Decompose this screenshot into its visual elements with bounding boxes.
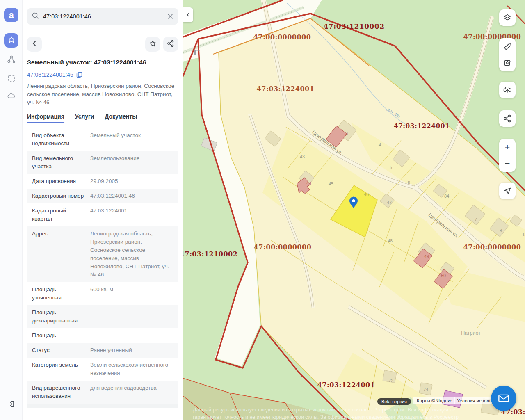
parcel-number: 49 bbox=[424, 254, 429, 259]
row-value: для ведения садоводства bbox=[90, 384, 157, 400]
parcel-number: 72 bbox=[388, 378, 393, 383]
row-label: Площадь bbox=[32, 331, 85, 340]
locate-button[interactable] bbox=[499, 183, 516, 199]
copy-icon[interactable] bbox=[76, 72, 82, 78]
info-table: Вид объекта недвижимостиЗемельный участо… bbox=[27, 128, 178, 404]
cadastral-quarter-label: 47:03:1224001 bbox=[257, 85, 315, 93]
sidebar-item-layers-graph[interactable] bbox=[4, 53, 18, 68]
minus-icon: − bbox=[505, 159, 510, 168]
cadastral-quarter-label: 47:00:0000000 bbox=[463, 243, 521, 251]
row-label: Вид земельного участка bbox=[32, 154, 85, 171]
share-icon bbox=[167, 40, 174, 49]
share-nodes-icon bbox=[503, 114, 511, 123]
favorite-button[interactable] bbox=[145, 37, 160, 52]
zoom-in-button[interactable]: + bbox=[499, 139, 516, 155]
edit-button[interactable] bbox=[499, 55, 516, 71]
layers-icon bbox=[503, 13, 512, 22]
upload-button[interactable] bbox=[499, 82, 516, 98]
parcel-number: 47 bbox=[387, 200, 392, 205]
parcel-number: 84 bbox=[444, 194, 449, 199]
parcel-number: 45 bbox=[329, 181, 333, 186]
cadastral-quarter-label: 47:00:0000000 bbox=[254, 243, 312, 251]
sidebar-item-favorites[interactable] bbox=[4, 33, 18, 48]
object-link-row: 47:03:1224001:46 bbox=[27, 71, 178, 78]
row-label: Вид объекта недвижимости bbox=[32, 131, 85, 148]
row-value: 47:03:1224001:46 bbox=[90, 192, 135, 200]
object-title: Земельный участок: 47:03:1224001:46 bbox=[27, 59, 178, 66]
parcel-number: 8 bbox=[500, 228, 502, 233]
tab-Услуги[interactable]: Услуги bbox=[75, 113, 94, 123]
parcel-number: 3 bbox=[345, 131, 348, 136]
row-value: 47:03:1224001 bbox=[90, 207, 127, 223]
parcel-number: 9 bbox=[523, 232, 525, 237]
row-value: 600 кв. м bbox=[90, 285, 113, 302]
app-logo-glyph: a bbox=[9, 11, 14, 20]
ruler-icon bbox=[503, 42, 511, 50]
cadastral-quarter-label: 47:03:1224001 bbox=[317, 381, 375, 389]
parcel-number: 74 bbox=[423, 387, 428, 392]
row-value: Ленинградская область, Приозерский район… bbox=[90, 230, 173, 279]
disclaimer-watermark: Данный ресурс использует сведения из отк… bbox=[193, 406, 521, 420]
row-value: - bbox=[90, 308, 92, 325]
collapse-panel-button[interactable] bbox=[183, 7, 193, 22]
table-row: Площадь декларированная- bbox=[27, 305, 178, 328]
tab-Документы[interactable]: Документы bbox=[105, 113, 137, 123]
chat-button[interactable] bbox=[491, 386, 516, 411]
parcel-number: 7 bbox=[475, 217, 477, 222]
terms-link[interactable]: Условия использования bbox=[454, 397, 493, 404]
row-value: Ранее учтенный bbox=[90, 346, 132, 354]
cloud-upload-icon bbox=[503, 85, 512, 94]
table-row: Дата присвоения29.09.2005 bbox=[27, 174, 178, 189]
map-canvas[interactable]: 47:03:121000247:00:000000047:00:00000004… bbox=[183, 0, 525, 420]
star-icon bbox=[7, 36, 16, 46]
object-header-row bbox=[27, 37, 178, 52]
select-area-icon bbox=[7, 74, 16, 84]
parcel-number: 4 bbox=[379, 142, 381, 147]
layers-button[interactable] bbox=[499, 9, 516, 26]
row-label: Кадастровый квартал bbox=[32, 207, 85, 223]
row-label: Кадастровый номер bbox=[32, 192, 85, 200]
navigation-arrow-icon bbox=[503, 187, 512, 195]
table-row: СтатусРанее учтенный bbox=[27, 343, 178, 358]
cadastral-quarter-label: 47:03:1210002 bbox=[183, 250, 237, 258]
row-value: - bbox=[90, 331, 92, 340]
envelope-icon bbox=[498, 393, 509, 403]
sidebar-item-select-area[interactable] bbox=[4, 72, 18, 86]
row-label: Адрес bbox=[32, 230, 85, 279]
parcel-number: 44 bbox=[306, 181, 311, 186]
back-button[interactable] bbox=[27, 37, 42, 52]
table-row: Кадастровый номер47:03:1224001:46 bbox=[27, 189, 178, 203]
table-row-partial bbox=[27, 404, 178, 408]
map-copyright[interactable]: Карты © Яндекс bbox=[413, 397, 455, 404]
row-value: Землепользование bbox=[90, 154, 139, 171]
share-object-button[interactable] bbox=[163, 37, 178, 52]
place-label: Патриот bbox=[461, 330, 481, 336]
icon-rail: a bbox=[0, 0, 23, 420]
search-bar[interactable] bbox=[27, 8, 178, 25]
tab-Информация[interactable]: Информация bbox=[27, 113, 64, 123]
measure-button[interactable] bbox=[499, 38, 516, 55]
table-row: Категория земельЗемли сельскохозяйственн… bbox=[27, 358, 178, 381]
clear-search-icon[interactable] bbox=[167, 14, 173, 19]
table-row: Вид земельного участкаЗемлепользование bbox=[27, 151, 178, 174]
exit-button[interactable] bbox=[5, 399, 17, 411]
app-logo[interactable]: a bbox=[4, 8, 18, 22]
table-row: Вид объекта недвижимостиЗемельный участо… bbox=[27, 128, 178, 151]
cadastral-number-link[interactable]: 47:03:1224001:46 bbox=[27, 71, 73, 78]
parcel-number: 43 bbox=[300, 154, 305, 159]
row-value: Земли сельскохозяйственного назначения bbox=[90, 361, 173, 377]
plus-icon: + bbox=[505, 143, 510, 152]
share-map-button[interactable] bbox=[499, 110, 516, 127]
parcel-number: 46 bbox=[364, 192, 369, 197]
parcel-number: 50 bbox=[441, 273, 446, 278]
edit-icon bbox=[503, 59, 511, 67]
zoom-out-button[interactable]: − bbox=[499, 155, 516, 172]
row-label: Площадь декларированная bbox=[32, 308, 85, 325]
row-label: Категория земель bbox=[32, 361, 85, 377]
row-value: Земельный участок bbox=[90, 131, 141, 148]
parcel-number: 5 bbox=[390, 165, 392, 170]
beta-badge: Beta-версия bbox=[377, 398, 411, 405]
sidebar-item-cloud[interactable] bbox=[4, 89, 18, 104]
star-outline-icon bbox=[149, 40, 157, 49]
search-input[interactable] bbox=[43, 13, 167, 20]
